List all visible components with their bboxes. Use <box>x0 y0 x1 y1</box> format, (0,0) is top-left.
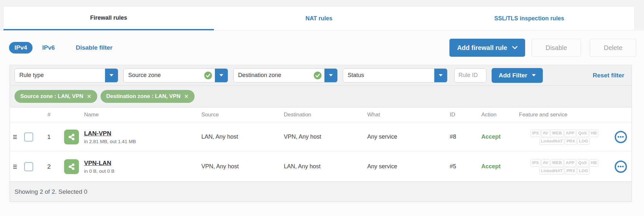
rule-destination: LAN, Any host <box>284 163 367 170</box>
tab-label: Firewall rules <box>90 15 127 21</box>
feature-badge: LinkedNAT <box>539 167 564 175</box>
filter-chip-source-zone[interactable]: Source zone : LAN, VPN ✕ <box>14 90 97 103</box>
row-checkbox[interactable] <box>24 162 33 171</box>
add-filter-button[interactable]: Add Filter <box>492 68 543 83</box>
dropdown-caret-icon <box>105 69 118 82</box>
rule-id: #8 <box>448 133 481 140</box>
drag-handle-icon[interactable] <box>13 165 17 169</box>
table-header-row: # Name Source Destination What ID Action… <box>10 107 631 122</box>
rule-source: VPN, Any host <box>201 163 284 170</box>
feature-badge: HB <box>589 130 599 137</box>
rule-what: Any service <box>367 133 448 140</box>
dropdown-caret-icon <box>215 69 228 82</box>
destination-zone-dropdown[interactable]: Destination zone <box>233 68 338 83</box>
feature-badges: IPSAVWEBAPPQoSHB LinkedNATPRXLOG <box>519 159 610 175</box>
chip-close-icon[interactable]: ✕ <box>184 93 188 100</box>
feature-badge: LOG <box>577 138 590 145</box>
feature-badge: APP <box>564 130 576 137</box>
table-row: 1 LAN-VPN in 2.81 MB, out 1.41 MB LAN, A… <box>10 122 631 152</box>
feature-badges: IPSAVWEBAPPQoSHB LinkedNATPRXLOG <box>519 129 610 145</box>
table-row: 2 VPN-LAN in 0 B, out 0 B VPN, Any host … <box>10 152 631 182</box>
rule-action: Accept <box>481 133 519 140</box>
filter-row: Rule type Source zone Destination zone S… <box>10 65 631 86</box>
more-actions-icon[interactable] <box>615 161 627 173</box>
tab-nat-rules[interactable]: NAT rules <box>214 6 424 30</box>
feature-badge: PRX <box>565 138 577 145</box>
drag-handle-icon[interactable] <box>13 135 17 139</box>
ipv6-toggle[interactable]: IPv6 <box>42 44 55 51</box>
feature-badge: HB <box>589 159 599 167</box>
tab-label: NAT rules <box>305 15 332 22</box>
dropdown-caret-icon <box>434 69 447 82</box>
chevron-down-icon <box>512 46 517 49</box>
add-firewall-rule-button[interactable]: Add firewall rule <box>449 39 525 57</box>
rule-what: Any service <box>367 163 448 170</box>
col-header-source: Source <box>201 112 284 118</box>
row-number: 1 <box>41 133 57 141</box>
delete-button[interactable]: Delete <box>590 39 636 57</box>
disable-button[interactable]: Disable <box>532 39 581 57</box>
tabbar-wrap: Firewall rules NAT rules SSL/TLS inspect… <box>0 0 644 31</box>
rule-traffic: in 2.81 MB, out 1.41 MB <box>84 139 136 144</box>
rule-name-link[interactable]: LAN-VPN <box>84 130 111 137</box>
dropdown-label: Source zone <box>124 72 204 79</box>
share-network-icon[interactable] <box>64 130 79 144</box>
table-footer-status: Showing 2 of 2. Selected 0 <box>10 182 631 201</box>
rule-destination: VPN, Any host <box>284 133 367 140</box>
filter-chip-destination-zone[interactable]: Destination zone : LAN, VPN ✕ <box>101 90 195 103</box>
feature-badge: LinkedNAT <box>539 138 564 145</box>
share-network-icon[interactable] <box>64 159 79 174</box>
rule-traffic: in 0 B, out 0 B <box>84 168 114 174</box>
dropdown-label: Destination zone <box>234 72 313 79</box>
rule-id: #5 <box>448 163 481 170</box>
check-circle-icon <box>204 71 212 80</box>
status-dropdown[interactable]: Status <box>343 68 447 83</box>
feature-badge: WEB <box>551 130 563 137</box>
tab-label: SSL/TLS inspection rules <box>494 15 564 22</box>
feature-badge: QoS <box>577 159 589 167</box>
reset-filter-link[interactable]: Reset filter <box>593 72 624 79</box>
ipv4-toggle[interactable]: IPv4 <box>9 42 33 54</box>
col-header-id: ID <box>448 112 481 118</box>
feature-badge: LOG <box>577 167 590 175</box>
dropdown-caret-icon <box>324 69 337 82</box>
col-header-feature-and-service: Feature and service <box>519 112 610 118</box>
feature-badge: QoS <box>577 130 589 137</box>
col-header-destination: Destination <box>284 112 367 118</box>
caret-down-icon <box>532 74 536 76</box>
feature-badge: WEB <box>551 159 563 167</box>
col-header-name: Name <box>57 112 201 118</box>
col-header-what: What <box>367 112 448 118</box>
firewall-rules-table: # Name Source Destination What ID Action… <box>10 107 632 202</box>
toolbar: IPv4 IPv6 Disable filter Add firewall ru… <box>9 39 636 57</box>
check-circle-icon <box>313 71 322 80</box>
tab-ssl-tls-inspection-rules[interactable]: SSL/TLS inspection rules <box>424 6 634 30</box>
row-checkbox[interactable] <box>24 133 33 142</box>
feature-badge: IPS <box>531 130 541 137</box>
feature-badge: AV <box>541 130 550 137</box>
filter-panel: Rule type Source zone Destination zone S… <box>10 65 632 107</box>
rule-id-input[interactable] <box>454 68 486 83</box>
more-actions-icon[interactable] <box>615 131 627 143</box>
feature-badge: APP <box>564 159 576 167</box>
feature-badge: IPS <box>531 159 541 167</box>
rule-source: LAN, Any host <box>201 133 284 140</box>
disable-filter-link[interactable]: Disable filter <box>76 44 112 51</box>
col-header-action: Action <box>481 112 519 118</box>
dropdown-label: Rule type <box>15 72 105 79</box>
chip-label: Destination zone : LAN, VPN <box>106 93 180 100</box>
tab-firewall-rules[interactable]: Firewall rules <box>4 6 214 30</box>
chip-close-icon[interactable]: ✕ <box>87 93 91 100</box>
col-header-number: # <box>41 112 57 118</box>
add-filter-label: Add Filter <box>499 72 527 79</box>
feature-badge: PRX <box>565 167 577 175</box>
tabbar: Firewall rules NAT rules SSL/TLS inspect… <box>3 6 635 31</box>
dropdown-label: Status <box>343 72 434 79</box>
chip-label: Source zone : LAN, VPN <box>20 93 83 100</box>
feature-badge: AV <box>541 159 550 167</box>
source-zone-dropdown[interactable]: Source zone <box>123 68 228 83</box>
rule-name-link[interactable]: VPN-LAN <box>84 160 111 167</box>
rule-action: Accept <box>481 163 519 170</box>
rule-type-dropdown[interactable]: Rule type <box>14 68 118 83</box>
row-number: 2 <box>41 163 57 170</box>
